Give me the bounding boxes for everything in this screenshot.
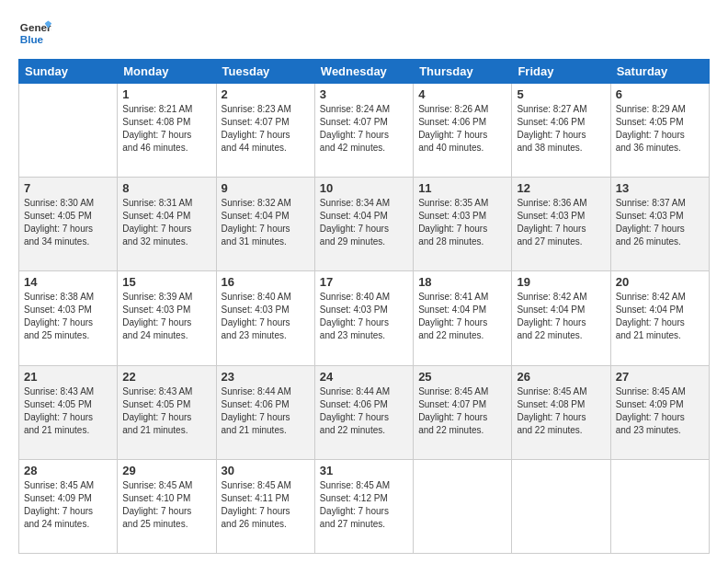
day-info: Sunrise: 8:44 AMSunset: 4:06 PMDaylight:… bbox=[320, 385, 408, 437]
calendar-cell: 19Sunrise: 8:42 AMSunset: 4:04 PMDayligh… bbox=[512, 271, 610, 365]
calendar-cell: 27Sunrise: 8:45 AMSunset: 4:09 PMDayligh… bbox=[610, 365, 709, 459]
day-info: Sunrise: 8:45 AMSunset: 4:11 PMDaylight:… bbox=[222, 479, 310, 531]
calendar-cell: 9Sunrise: 8:32 AMSunset: 4:04 PMDaylight… bbox=[216, 178, 314, 271]
day-number: 12 bbox=[517, 181, 605, 195]
day-info: Sunrise: 8:36 AMSunset: 4:03 PMDaylight:… bbox=[517, 197, 605, 248]
day-info: Sunrise: 8:30 AMSunset: 4:05 PMDaylight:… bbox=[24, 197, 112, 248]
day-number: 28 bbox=[24, 464, 112, 477]
day-number: 25 bbox=[418, 370, 506, 384]
weekday-header-wednesday: Wednesday bbox=[314, 60, 413, 84]
day-info: Sunrise: 8:27 AMSunset: 4:06 PMDaylight:… bbox=[517, 103, 605, 155]
day-info: Sunrise: 8:40 AMSunset: 4:03 PMDaylight:… bbox=[222, 291, 310, 342]
calendar-cell: 22Sunrise: 8:43 AMSunset: 4:05 PMDayligh… bbox=[118, 365, 216, 459]
weekday-header-friday: Friday bbox=[512, 60, 610, 84]
week-row-3: 14Sunrise: 8:38 AMSunset: 4:03 PMDayligh… bbox=[19, 271, 710, 365]
day-info: Sunrise: 8:34 AMSunset: 4:04 PMDaylight:… bbox=[320, 197, 408, 248]
calendar-cell: 2Sunrise: 8:23 AMSunset: 4:07 PMDaylight… bbox=[216, 84, 314, 178]
calendar-cell: 4Sunrise: 8:26 AMSunset: 4:06 PMDaylight… bbox=[414, 84, 512, 178]
day-number: 27 bbox=[616, 370, 704, 384]
calendar-cell bbox=[610, 459, 709, 553]
calendar-cell bbox=[19, 84, 118, 178]
calendar-cell: 15Sunrise: 8:39 AMSunset: 4:03 PMDayligh… bbox=[118, 271, 216, 365]
day-number: 17 bbox=[320, 275, 408, 289]
day-number: 19 bbox=[517, 275, 605, 289]
calendar-cell: 23Sunrise: 8:44 AMSunset: 4:06 PMDayligh… bbox=[216, 365, 314, 459]
calendar-cell: 25Sunrise: 8:45 AMSunset: 4:07 PMDayligh… bbox=[414, 365, 512, 459]
day-info: Sunrise: 8:31 AMSunset: 4:04 PMDaylight:… bbox=[122, 197, 210, 248]
calendar-table: SundayMondayTuesdayWednesdayThursdayFrid… bbox=[18, 59, 710, 554]
day-info: Sunrise: 8:45 AMSunset: 4:07 PMDaylight:… bbox=[418, 385, 506, 437]
calendar-cell: 17Sunrise: 8:40 AMSunset: 4:03 PMDayligh… bbox=[314, 271, 413, 365]
day-info: Sunrise: 8:43 AMSunset: 4:05 PMDaylight:… bbox=[24, 385, 112, 437]
week-row-4: 21Sunrise: 8:43 AMSunset: 4:05 PMDayligh… bbox=[19, 365, 710, 459]
logo-icon: General Blue bbox=[18, 17, 51, 50]
day-info: Sunrise: 8:45 AMSunset: 4:10 PMDaylight:… bbox=[122, 479, 210, 531]
day-info: Sunrise: 8:41 AMSunset: 4:04 PMDaylight:… bbox=[418, 291, 506, 342]
calendar-cell: 12Sunrise: 8:36 AMSunset: 4:03 PMDayligh… bbox=[512, 178, 610, 271]
day-info: Sunrise: 8:23 AMSunset: 4:07 PMDaylight:… bbox=[222, 103, 310, 155]
weekday-header-sunday: Sunday bbox=[19, 60, 118, 84]
calendar-cell: 26Sunrise: 8:45 AMSunset: 4:08 PMDayligh… bbox=[512, 365, 610, 459]
calendar-cell: 10Sunrise: 8:34 AMSunset: 4:04 PMDayligh… bbox=[314, 178, 413, 271]
weekday-header-row: SundayMondayTuesdayWednesdayThursdayFrid… bbox=[19, 60, 710, 84]
calendar-cell: 21Sunrise: 8:43 AMSunset: 4:05 PMDayligh… bbox=[19, 365, 118, 459]
day-number: 5 bbox=[517, 87, 605, 101]
calendar-cell: 24Sunrise: 8:44 AMSunset: 4:06 PMDayligh… bbox=[314, 365, 413, 459]
svg-text:Blue: Blue bbox=[20, 33, 44, 45]
calendar-cell bbox=[414, 459, 512, 553]
calendar-cell: 16Sunrise: 8:40 AMSunset: 4:03 PMDayligh… bbox=[216, 271, 314, 365]
weekday-header-saturday: Saturday bbox=[610, 60, 709, 84]
week-row-5: 28Sunrise: 8:45 AMSunset: 4:09 PMDayligh… bbox=[19, 459, 710, 553]
logo: General Blue bbox=[18, 17, 51, 50]
calendar-cell: 3Sunrise: 8:24 AMSunset: 4:07 PMDaylight… bbox=[314, 84, 413, 178]
day-number: 21 bbox=[24, 370, 112, 384]
day-number: 15 bbox=[122, 275, 210, 289]
day-info: Sunrise: 8:44 AMSunset: 4:06 PMDaylight:… bbox=[222, 385, 310, 437]
calendar-cell: 6Sunrise: 8:29 AMSunset: 4:05 PMDaylight… bbox=[610, 84, 709, 178]
calendar-cell: 1Sunrise: 8:21 AMSunset: 4:08 PMDaylight… bbox=[118, 84, 216, 178]
day-info: Sunrise: 8:37 AMSunset: 4:03 PMDaylight:… bbox=[616, 197, 704, 248]
calendar-cell: 29Sunrise: 8:45 AMSunset: 4:10 PMDayligh… bbox=[118, 459, 216, 553]
day-info: Sunrise: 8:39 AMSunset: 4:03 PMDaylight:… bbox=[122, 291, 210, 342]
day-info: Sunrise: 8:45 AMSunset: 4:09 PMDaylight:… bbox=[616, 385, 704, 437]
day-number: 13 bbox=[616, 181, 704, 195]
weekday-header-thursday: Thursday bbox=[414, 60, 512, 84]
week-row-2: 7Sunrise: 8:30 AMSunset: 4:05 PMDaylight… bbox=[19, 178, 710, 271]
week-row-1: 1Sunrise: 8:21 AMSunset: 4:08 PMDaylight… bbox=[19, 84, 710, 178]
day-number: 22 bbox=[122, 370, 210, 384]
day-info: Sunrise: 8:29 AMSunset: 4:05 PMDaylight:… bbox=[616, 103, 704, 155]
day-number: 7 bbox=[24, 181, 112, 195]
calendar-cell: 28Sunrise: 8:45 AMSunset: 4:09 PMDayligh… bbox=[19, 459, 118, 553]
day-info: Sunrise: 8:35 AMSunset: 4:03 PMDaylight:… bbox=[418, 197, 506, 248]
header: General Blue bbox=[18, 17, 710, 50]
day-info: Sunrise: 8:24 AMSunset: 4:07 PMDaylight:… bbox=[320, 103, 408, 155]
day-info: Sunrise: 8:38 AMSunset: 4:03 PMDaylight:… bbox=[24, 291, 112, 342]
day-info: Sunrise: 8:43 AMSunset: 4:05 PMDaylight:… bbox=[122, 385, 210, 437]
day-number: 2 bbox=[222, 87, 310, 101]
day-info: Sunrise: 8:21 AMSunset: 4:08 PMDaylight:… bbox=[122, 103, 210, 155]
calendar-cell: 7Sunrise: 8:30 AMSunset: 4:05 PMDaylight… bbox=[19, 178, 118, 271]
calendar-cell: 8Sunrise: 8:31 AMSunset: 4:04 PMDaylight… bbox=[118, 178, 216, 271]
calendar-cell bbox=[512, 459, 610, 553]
day-info: Sunrise: 8:40 AMSunset: 4:03 PMDaylight:… bbox=[320, 291, 408, 342]
day-number: 23 bbox=[222, 370, 310, 384]
calendar-cell: 11Sunrise: 8:35 AMSunset: 4:03 PMDayligh… bbox=[414, 178, 512, 271]
day-number: 1 bbox=[122, 87, 210, 101]
day-number: 30 bbox=[222, 464, 310, 477]
calendar-cell: 20Sunrise: 8:42 AMSunset: 4:04 PMDayligh… bbox=[610, 271, 709, 365]
day-info: Sunrise: 8:45 AMSunset: 4:09 PMDaylight:… bbox=[24, 479, 112, 531]
day-info: Sunrise: 8:42 AMSunset: 4:04 PMDaylight:… bbox=[517, 291, 605, 342]
weekday-header-tuesday: Tuesday bbox=[216, 60, 314, 84]
calendar-cell: 5Sunrise: 8:27 AMSunset: 4:06 PMDaylight… bbox=[512, 84, 610, 178]
day-number: 9 bbox=[222, 181, 310, 195]
calendar-cell: 13Sunrise: 8:37 AMSunset: 4:03 PMDayligh… bbox=[610, 178, 709, 271]
day-info: Sunrise: 8:26 AMSunset: 4:06 PMDaylight:… bbox=[418, 103, 506, 155]
day-number: 24 bbox=[320, 370, 408, 384]
day-number: 29 bbox=[122, 464, 210, 477]
day-number: 6 bbox=[616, 87, 704, 101]
day-number: 18 bbox=[418, 275, 506, 289]
weekday-header-monday: Monday bbox=[118, 60, 216, 84]
day-number: 26 bbox=[517, 370, 605, 384]
day-number: 3 bbox=[320, 87, 408, 101]
day-info: Sunrise: 8:42 AMSunset: 4:04 PMDaylight:… bbox=[616, 291, 704, 342]
